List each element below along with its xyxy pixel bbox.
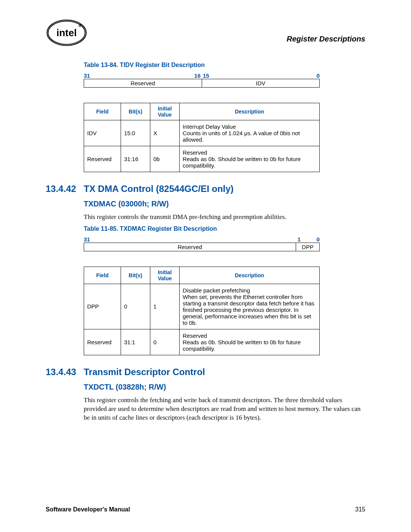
page-header: intel R Register Descriptions [46,19,365,46]
cell-initial: 1 [150,284,180,329]
footer-manual-title: Software Developer's Manual [46,506,130,513]
bit-label-15: 15 [201,72,218,79]
content-area: Table 13-84. TIDV Register Bit Descripti… [84,62,365,422]
col-initial: Initial Value [150,267,180,284]
cell-initial: 0b [150,146,180,172]
svg-text:R: R [79,25,81,27]
bit-label-0: 0 [301,236,320,243]
cell-field: Reserved [84,146,121,172]
table-85-bitmap: Reserved DPP [84,243,320,251]
bitmap-cell-reserved: Reserved [84,243,296,251]
col-desc: Description [180,267,320,284]
section-13-4-43: 13.4.43 Transmit Descriptor Control [46,367,365,377]
cell-field: IDV [84,120,121,146]
bit-label-0: 0 [218,72,320,79]
section-number: 13.4.42 [46,184,84,194]
table-row: DPP 0 1 Disable packet prefetching When … [84,284,320,329]
page-footer: Software Developer's Manual 315 [46,506,365,513]
bitmap-cell-idv: IDV [202,79,320,88]
cell-bits: 0 [121,284,150,329]
cell-desc: Disable packet prefetching When set, pre… [180,284,320,329]
section-number: 13.4.43 [46,367,84,377]
register-subheading-txdctl: TXDCTL (03828h; R/W) [84,383,365,391]
page-number: 315 [355,506,365,513]
register-subheading-txdmac: TXDMAC (03000h; R/W) [84,200,365,208]
table-84-bit-labels: 31 16 15 0 [84,72,320,79]
body-text: This register controls the transmit DMA … [84,213,365,222]
bit-label-16: 16 [185,72,201,79]
table-85-caption: Table 11-85. TXDMAC Register Bit Descrip… [84,225,365,232]
table-85-desc: Field Bit(s) Initial Value Description D… [84,267,320,355]
col-initial: Initial Value [150,103,180,120]
cell-initial: X [150,120,180,146]
cell-desc: Interrupt Delay Value Counts in units of… [180,120,320,146]
svg-text:intel: intel [56,27,76,38]
table-row: IDV 15:0 X Interrupt Delay Value Counts … [84,120,320,146]
section-title: Transmit Descriptor Control [84,367,205,377]
cell-bits: 31:1 [121,329,150,355]
col-desc: Description [180,103,320,120]
table-84-bitmap: Reserved IDV [84,79,320,88]
cell-field: Reserved [84,329,121,355]
cell-desc: Reserved Reads as 0b. Should be written … [180,146,320,172]
bitmap-cell-reserved: Reserved [84,79,202,88]
col-field: Field [84,103,121,120]
col-bits: Bit(s) [121,103,150,120]
table-85-bit-labels: 31 1 0 [84,236,320,243]
header-title: Register Descriptions [287,35,365,46]
col-field: Field [84,267,121,284]
bitmap-cell-dpp: DPP [296,243,319,251]
cell-bits: 31:16 [121,146,150,172]
bit-label-1: 1 [282,236,301,243]
bit-label-31: 31 [84,72,185,79]
table-row: Reserved 31:1 0 Reserved Reads as 0b. Sh… [84,329,320,355]
table-84-caption: Table 13-84. TIDV Register Bit Descripti… [84,62,365,69]
col-bits: Bit(s) [121,267,150,284]
table-row: Reserved 31:16 0b Reserved Reads as 0b. … [84,146,320,172]
cell-initial: 0 [150,329,180,355]
section-title: TX DMA Control (82544GC/EI only) [84,184,234,194]
bit-label-31: 31 [84,236,282,243]
section-13-4-42: 13.4.42 TX DMA Control (82544GC/EI only) [46,184,365,194]
page: intel R Register Descriptions Table 13-8… [0,0,411,532]
cell-bits: 15:0 [121,120,150,146]
table-84-desc: Field Bit(s) Initial Value Description I… [84,103,320,172]
body-text: This register controls the fetching and … [84,396,365,422]
cell-desc: Reserved Reads as 0b. Should be written … [180,329,320,355]
intel-logo: intel R [46,19,88,46]
cell-field: DPP [84,284,121,329]
